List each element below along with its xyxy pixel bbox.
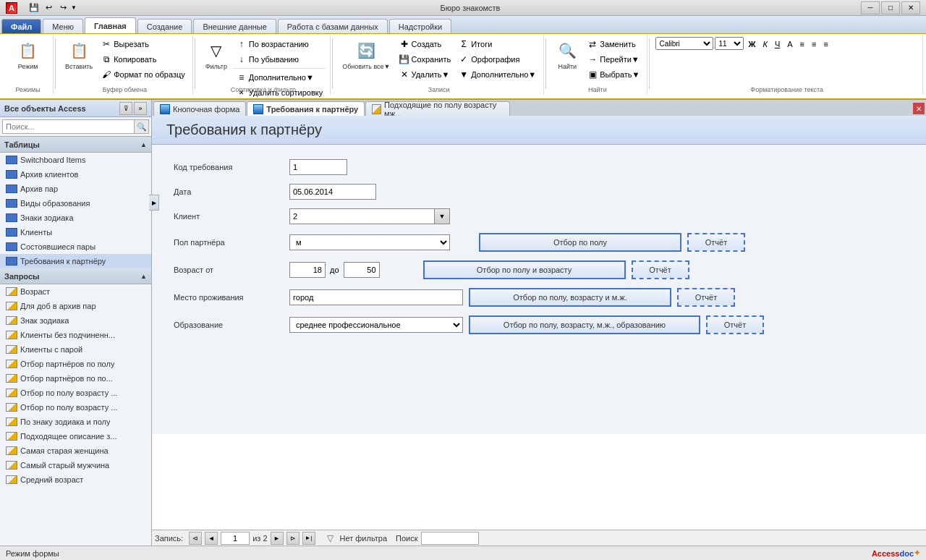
copy-btn[interactable]: ⧉Копировать xyxy=(98,52,188,67)
pol-select[interactable]: м ж xyxy=(289,234,450,250)
nav-item-arhiv-klientov[interactable]: Архив клиентов xyxy=(0,167,151,182)
nav-section-queries[interactable]: Запросы ▲ xyxy=(0,268,151,284)
doc-tab-switchboard[interactable]: Кнопочная форма xyxy=(153,101,246,116)
tab-external[interactable]: Внешние данные xyxy=(193,19,276,33)
nav-section-tables[interactable]: Таблицы ▲ xyxy=(0,137,151,153)
nav-item-znak-zodiaka[interactable]: Знак зодиака xyxy=(0,313,151,328)
report-pol-btn[interactable]: Отчёт xyxy=(687,233,745,252)
nav-pane-header[interactable]: Все объекты Access ⊽ » xyxy=(0,100,151,117)
maximize-btn[interactable]: □ xyxy=(881,1,900,14)
nav-search-input[interactable] xyxy=(2,119,135,134)
tab-database[interactable]: Работа с базами данных xyxy=(278,19,388,33)
align-center-btn[interactable]: ≡ xyxy=(809,38,819,50)
nav-pane-toggle[interactable]: ▶ xyxy=(149,195,159,211)
font-family-select[interactable]: Calibri xyxy=(655,37,713,50)
nav-item-vozrast[interactable]: Возраст xyxy=(0,284,151,299)
paste-btn[interactable]: 📋 Вставить xyxy=(61,37,96,72)
totals-btn[interactable]: ΣИтоги xyxy=(455,37,539,51)
nav-item-vidy-obrazovaniya[interactable]: Виды образования xyxy=(0,196,151,211)
align-left-btn[interactable]: ≡ xyxy=(797,38,807,50)
nav-item-arhiv-par[interactable]: Архив пар xyxy=(0,182,151,196)
select-btn[interactable]: ▣Выбрать▼ xyxy=(584,67,642,82)
italic-btn[interactable]: К xyxy=(760,38,770,50)
nav-item-otbor-pol-vozrast1[interactable]: Отбор по полу возрасту ... xyxy=(0,386,151,400)
font-color-btn[interactable]: А xyxy=(784,38,795,50)
nav-item-otbor-pol2[interactable]: Отбор партнёров по по... xyxy=(0,371,151,386)
report-pol-vozrast-btn[interactable]: Отчёт xyxy=(632,260,689,279)
new-record-btn[interactable]: ✚Создать xyxy=(396,37,454,51)
new-record-nav-btn[interactable]: ►| xyxy=(302,532,315,545)
vozrast-do-input[interactable] xyxy=(344,262,380,278)
filter-btn[interactable]: ▽ Фильтр xyxy=(201,37,232,72)
minimize-btn[interactable]: ─ xyxy=(861,1,880,14)
nav-item-samyy-staryy[interactable]: Самый старый мужчина xyxy=(0,458,151,472)
close-all-tabs-btn[interactable]: ✕ xyxy=(913,103,925,114)
redo-quick-btn[interactable]: ↪ xyxy=(56,1,69,14)
nav-item-znaki-zodiaka[interactable]: Знаки зодиака xyxy=(0,211,151,225)
tab-menu[interactable]: Меню xyxy=(43,19,83,33)
nav-item-otbor-pol-vozrast2[interactable]: Отбор по полу возрасту ... xyxy=(0,400,151,415)
klient-dropdown-btn[interactable]: ▼ xyxy=(434,208,450,224)
report-pol-vozrast-mzh-obr-btn[interactable]: Отчёт xyxy=(706,315,764,334)
align-right-btn[interactable]: ≡ xyxy=(820,38,831,50)
nav-item-podkhodyashchee[interactable]: Подходящее описание з... xyxy=(0,429,151,444)
format-btn[interactable]: 🖌Формат по образцу xyxy=(98,67,188,82)
tab-addins[interactable]: Надстройки xyxy=(389,19,451,33)
last-record-btn[interactable]: ⊳ xyxy=(286,532,300,545)
nav-item-klienty-bez[interactable]: Клиенты без подчиненн... xyxy=(0,328,151,342)
kod-input[interactable] xyxy=(289,159,347,175)
font-size-select[interactable]: 11 xyxy=(715,37,744,50)
prev-record-btn[interactable]: ◄ xyxy=(205,532,218,545)
bold-btn[interactable]: Ж xyxy=(745,38,758,50)
extra-filter-btn[interactable]: ≡Дополнительно▼ xyxy=(233,70,326,85)
undo-quick-btn[interactable]: ↩ xyxy=(42,1,55,14)
nav-item-sostoyavshiesya-pary[interactable]: Состоявшиеся пары xyxy=(0,239,151,254)
nav-item-trebovaniya[interactable]: Требования к партнёру xyxy=(0,254,151,268)
find-btn[interactable]: 🔍 Найти xyxy=(552,37,582,72)
search-bar-input[interactable] xyxy=(421,532,479,545)
nav-item-klienty[interactable]: Клиенты xyxy=(0,225,151,239)
nav-search-btn[interactable]: 🔍 xyxy=(135,119,149,134)
vozrast-ot-input[interactable] xyxy=(289,262,326,278)
nav-options-btn[interactable]: » xyxy=(134,102,147,115)
nav-search-toggle[interactable]: ⊽ xyxy=(119,102,132,115)
report-pol-vozrast-mzh-btn[interactable]: Отчёт xyxy=(677,288,735,307)
underline-btn[interactable]: Ч xyxy=(772,38,783,50)
quick-access-dropdown[interactable]: ▼ xyxy=(71,4,77,11)
close-btn[interactable]: ✕ xyxy=(901,1,920,14)
view-mode-btn[interactable]: 📋 Режим xyxy=(13,37,43,72)
tab-file[interactable]: Файл xyxy=(1,19,41,33)
otbor-pol-btn[interactable]: Отбор по полу xyxy=(479,233,681,252)
nav-item-switchboard[interactable]: Switchboard Items xyxy=(0,153,151,167)
otbor-pol-vozrast-btn[interactable]: Отбор по полу и возрасту xyxy=(423,260,626,279)
replace-btn[interactable]: ⇄Заменить xyxy=(584,37,642,51)
mesto-input[interactable] xyxy=(289,289,463,305)
otbor-pol-vozrast-mzh-obr-btn[interactable]: Отбор по полу, возрасту, м.ж., образован… xyxy=(469,315,700,334)
spell-btn[interactable]: ✓Орфография xyxy=(455,52,539,67)
tab-create[interactable]: Создание xyxy=(137,19,192,33)
nav-item-sredniy-vozrast[interactable]: Средний возраст xyxy=(0,472,151,487)
cut-btn[interactable]: ✂Вырезать xyxy=(98,37,188,51)
delete-record-btn[interactable]: ✕Удалить▼ xyxy=(396,67,454,82)
nav-item-klienty-s-paroy[interactable]: Клиенты с парой xyxy=(0,342,151,357)
next-record-btn[interactable]: ► xyxy=(271,532,284,545)
otbor-pol-vozrast-mzh-btn[interactable]: Отбор по полу, возрасту и м.ж. xyxy=(469,288,671,307)
nav-item-dlya-dob[interactable]: Для доб в архив пар xyxy=(0,299,151,313)
doc-tab-query[interactable]: Подходящие по полу возрасту мж... xyxy=(365,101,510,116)
more-record-btn[interactable]: ▼Дополнительно▼ xyxy=(455,67,539,82)
current-record-input[interactable] xyxy=(221,532,250,545)
save-record-btn[interactable]: 💾Сохранить xyxy=(396,52,454,67)
sort-asc-btn[interactable]: ↑По возрастанию xyxy=(233,37,326,51)
doc-tab-trebovaniya[interactable]: Требования к партнёру xyxy=(247,101,365,116)
save-quick-btn[interactable]: 💾 xyxy=(27,1,41,14)
nav-item-samaya-staraya[interactable]: Самая старая женщина xyxy=(0,444,151,458)
klient-input[interactable] xyxy=(289,208,434,224)
tab-home[interactable]: Главная xyxy=(85,17,136,33)
data-input[interactable] xyxy=(289,184,376,200)
refresh-btn[interactable]: 🔄 Обновить все▼ xyxy=(339,37,394,72)
nav-item-otbor-pol[interactable]: Отбор партнёров по полу xyxy=(0,357,151,371)
goto-btn[interactable]: →Перейти▼ xyxy=(584,52,642,67)
nav-item-po-znaku[interactable]: По знаку зодиака и полу xyxy=(0,415,151,429)
first-record-btn[interactable]: ⊲ xyxy=(189,532,202,545)
obrazovanie-select[interactable]: среднее профессиональное высшее среднее xyxy=(289,317,463,333)
